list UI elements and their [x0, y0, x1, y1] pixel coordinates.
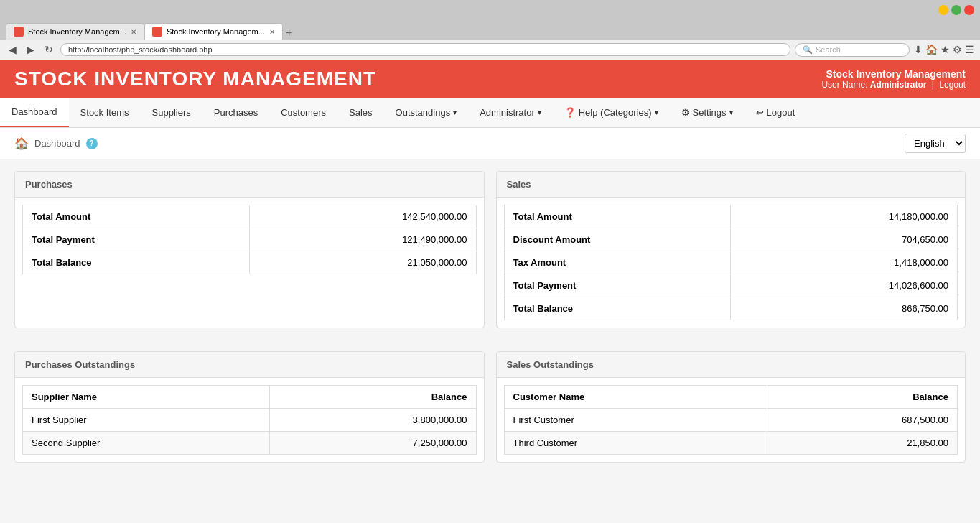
sales-outstandings-row-1: First Customer 687,500.00 — [504, 409, 958, 432]
purchases-total-amount-value: 142,540,000.00 — [249, 205, 476, 228]
minimize-button[interactable] — [938, 5, 948, 15]
sales-outstandings-row-2: Third Customer 21,850.00 — [504, 432, 958, 455]
purchases-outstandings-row-1: First Supplier 3,800,000.00 — [23, 409, 477, 432]
outstandings-arrow: ▾ — [453, 108, 457, 116]
dashboard-grid: Purchases Total Amount 142,540,000.00 To… — [14, 171, 966, 474]
sales-customer-2-name: Third Customer — [504, 432, 767, 455]
bookmark-icon[interactable]: ★ — [941, 44, 950, 55]
nav-menu: Dashboard Stock Items Suppliers Purchase… — [0, 98, 980, 128]
sales-total-amount-row: Total Amount 14,180,000.00 — [504, 205, 958, 228]
browser-chrome: Stock Inventory Managem... ✕ Stock Inven… — [0, 0, 980, 60]
back-button[interactable]: ◀ — [6, 42, 19, 57]
pipe-separator: | — [932, 80, 936, 90]
purchases-supplier-2-name: Second Supplier — [23, 432, 270, 455]
nav-settings[interactable]: ⚙ Settings ▾ — [670, 98, 745, 126]
purchases-total-balance-value: 21,050,000.00 — [249, 251, 476, 274]
sales-outstandings-col-customer: Customer Name — [504, 386, 767, 409]
reload-button[interactable]: ↻ — [42, 42, 56, 57]
home-nav-icon[interactable]: 🏠 — [925, 44, 938, 55]
maximize-button[interactable] — [951, 5, 961, 15]
tab-favicon-2 — [152, 27, 162, 37]
nav-logout[interactable]: ↩ Logout — [745, 98, 807, 126]
main-content: Purchases Total Amount 142,540,000.00 To… — [0, 159, 980, 486]
settings-arrow: ▾ — [729, 108, 733, 116]
forward-button[interactable]: ▶ — [24, 42, 37, 57]
sales-discount-amount-value: 704,650.00 — [731, 228, 958, 251]
address-text: http://localhost/php_stock/dashboard.php — [68, 45, 783, 54]
sales-card-header: Sales — [497, 172, 966, 198]
search-bar[interactable]: 🔍 Search — [795, 43, 910, 57]
purchases-card-body: Total Amount 142,540,000.00 Total Paymen… — [15, 198, 484, 282]
purchases-outstandings-header: Purchases Outstandings — [15, 352, 484, 378]
user-name: Administrator — [870, 80, 927, 90]
user-info: User Name: Administrator | Logout — [821, 80, 966, 90]
settings-label: Settings — [693, 107, 727, 118]
app-name: Stock Inventory Management — [821, 68, 966, 80]
tab-label-1: Stock Inventory Managem... — [28, 27, 126, 36]
purchases-supplier-1-balance: 3,800,000.00 — [269, 409, 476, 432]
nav-dashboard[interactable]: Dashboard — [0, 98, 69, 127]
sales-total-balance-row: Total Balance 866,750.00 — [504, 297, 958, 320]
sales-tax-amount-label: Tax Amount — [504, 251, 731, 274]
sales-customer-2-balance: 21,850.00 — [767, 432, 958, 455]
purchases-total-payment-value: 121,490,000.00 — [249, 228, 476, 251]
browser-nav-icons: ⬇ 🏠 ★ ⚙ ☰ — [914, 44, 974, 55]
purchases-outstandings-body: Supplier Name Balance First Supplier 3,8… — [15, 378, 484, 462]
sales-total-payment-label: Total Payment — [504, 274, 731, 297]
nav-purchases[interactable]: Purchases — [202, 98, 269, 126]
nav-administrator[interactable]: Administrator ▾ — [468, 98, 553, 126]
logout-nav-label: Logout — [767, 107, 795, 118]
app-header: STOCK INVENTORY MANAGEMENT Stock Invento… — [0, 60, 980, 98]
tab-2[interactable]: Stock Inventory Managem... ✕ — [144, 23, 283, 40]
breadcrumb-help-icon[interactable]: ? — [86, 138, 98, 149]
purchases-outstandings-col-balance: Balance — [269, 386, 476, 409]
search-placeholder: Search — [816, 45, 841, 54]
nav-sales[interactable]: Sales — [337, 98, 384, 126]
logout-icon-nav: ↩ — [756, 107, 764, 118]
browser-nav: ◀ ▶ ↻ http://localhost/php_stock/dashboa… — [0, 40, 980, 60]
sales-total-amount-value: 14,180,000.00 — [731, 205, 958, 228]
sales-outstandings-card: Sales Outstandings Customer Name Balance… — [496, 351, 966, 463]
app-title: STOCK INVENTORY MANAGEMENT — [14, 68, 376, 91]
sales-customer-1-name: First Customer — [504, 409, 767, 432]
nav-stock-items[interactable]: Stock Items — [69, 98, 141, 126]
sales-total-payment-row: Total Payment 14,026,600.00 — [504, 274, 958, 297]
sales-outstandings-col-balance: Balance — [767, 386, 958, 409]
sales-outstandings-header: Sales Outstandings — [497, 352, 966, 378]
settings-nav-icon[interactable]: ⚙ — [953, 44, 962, 55]
app-header-right: Stock Inventory Management User Name: Ad… — [821, 68, 966, 90]
logout-link[interactable]: Logout — [939, 80, 966, 90]
sales-tax-amount-value: 1,418,000.00 — [731, 251, 958, 274]
new-tab-button[interactable]: + — [286, 27, 292, 40]
nav-help[interactable]: ❓ Help (Categories) ▾ — [553, 98, 670, 126]
purchases-card: Purchases Total Amount 142,540,000.00 To… — [14, 171, 485, 328]
address-bar[interactable]: http://localhost/php_stock/dashboard.php — [60, 43, 790, 56]
purchases-summary-table: Total Amount 142,540,000.00 Total Paymen… — [22, 205, 477, 274]
close-button[interactable] — [964, 5, 974, 15]
sales-tax-amount-row: Tax Amount 1,418,000.00 — [504, 251, 958, 274]
purchases-outstandings-row-2: Second Supplier 7,250,000.00 — [23, 432, 477, 455]
sales-summary-table: Total Amount 14,180,000.00 Discount Amou… — [504, 205, 958, 320]
language-select[interactable]: English French Spanish — [905, 134, 966, 153]
settings-icon-nav: ⚙ — [681, 107, 690, 118]
menu-icon[interactable]: ☰ — [965, 44, 974, 55]
administrator-arrow: ▾ — [538, 108, 541, 116]
language-selector-wrapper: English French Spanish — [905, 134, 966, 153]
breadcrumb-bar: 🏠 Dashboard ? English French Spanish — [0, 128, 980, 159]
nav-outstandings[interactable]: Outstandings ▾ — [384, 98, 469, 126]
purchases-total-amount-row: Total Amount 142,540,000.00 — [23, 205, 477, 228]
home-icon[interactable]: 🏠 — [14, 136, 29, 150]
purchases-outstandings-card: Purchases Outstandings Supplier Name Bal… — [14, 351, 485, 463]
tab-close-2[interactable]: ✕ — [269, 28, 275, 36]
outstandings-label: Outstandings — [396, 107, 451, 118]
sales-outstandings-header-row: Customer Name Balance — [504, 386, 958, 409]
download-icon[interactable]: ⬇ — [914, 44, 923, 55]
tab-1[interactable]: Stock Inventory Managem... ✕ — [6, 23, 144, 40]
purchases-outstandings-col-supplier: Supplier Name — [23, 386, 270, 409]
purchases-total-balance-label: Total Balance — [23, 251, 250, 274]
purchases-total-payment-label: Total Payment — [23, 228, 250, 251]
tab-close-1[interactable]: ✕ — [131, 28, 136, 36]
nav-suppliers[interactable]: Suppliers — [141, 98, 202, 126]
browser-titlebar — [0, 0, 980, 20]
nav-customers[interactable]: Customers — [269, 98, 337, 126]
